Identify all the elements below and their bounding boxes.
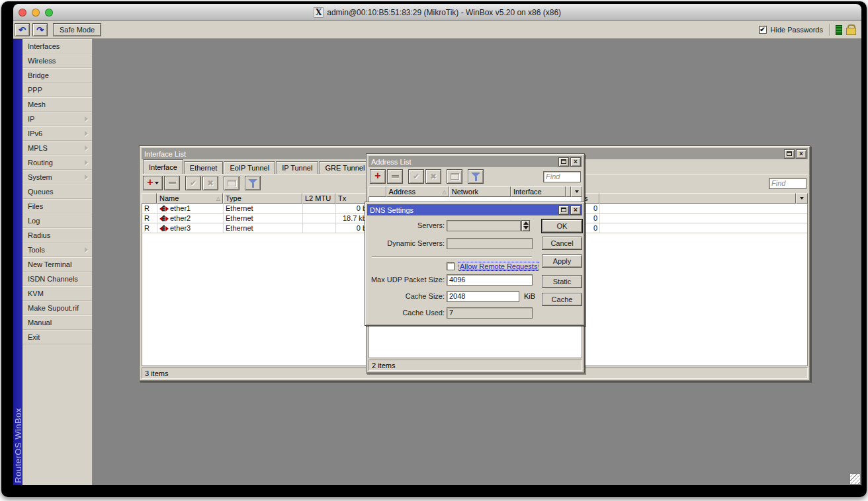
hide-passwords-checkbox[interactable]: ✔ [759, 26, 767, 34]
chevron-down-icon [575, 190, 579, 193]
maximize-button[interactable] [558, 157, 569, 167]
close-button[interactable]: × [796, 149, 806, 159]
sidebar-item-label: Bridge [28, 71, 49, 79]
sidebar-item-label: Log [28, 217, 40, 225]
comment-icon [451, 173, 459, 180]
sidebar-item-log[interactable]: Log [22, 213, 92, 228]
sidebar-item-radius[interactable]: Radius [22, 228, 92, 243]
column-select-button[interactable] [796, 193, 808, 204]
maximize-button[interactable] [784, 149, 795, 159]
sidebar-item-label: ISDN Channels [28, 275, 78, 283]
address-column-header[interactable]: Address△ [386, 186, 449, 197]
disable-button[interactable]: ✖ [425, 169, 441, 184]
row-flag: R [142, 223, 157, 233]
sidebar-item-label: Routing [28, 159, 53, 167]
cache-used-field[interactable] [447, 307, 533, 319]
sidebar-item-kvm[interactable]: KVM [22, 286, 92, 301]
allow-remote-requests-checkbox[interactable] [447, 262, 455, 270]
dns-settings-titlebar[interactable]: DNS Settings × [367, 204, 582, 215]
maximize-button[interactable] [558, 206, 569, 215]
submenu-arrow-icon [85, 160, 88, 165]
sidebar-item-routing[interactable]: Routing [22, 155, 92, 170]
tab-ip-tunnel[interactable]: IP Tunnel [276, 161, 318, 174]
find-input[interactable] [543, 171, 581, 182]
sidebar-item-manual[interactable]: Manual [22, 315, 92, 330]
type-column-header[interactable]: Type [223, 193, 302, 204]
network-column-header[interactable]: Network [449, 186, 511, 197]
x11-icon: X [314, 7, 324, 18]
resize-grip[interactable] [849, 473, 861, 484]
disable-button[interactable]: ✖ [202, 176, 218, 190]
sidebar-item-exit[interactable]: Exit [22, 330, 92, 344]
address-list-title: Address List [371, 158, 557, 166]
find-input[interactable] [769, 178, 806, 189]
sidebar-item-make-supout[interactable]: Make Supout.rif [22, 301, 92, 315]
ok-button[interactable]: OK [542, 219, 582, 233]
add-button[interactable]: + [143, 176, 163, 190]
tab-ethernet[interactable]: Ethernet [184, 161, 224, 174]
servers-add-remove-stepper[interactable] [521, 220, 530, 231]
cache-button[interactable]: Cache [542, 293, 582, 306]
sidebar-item-ppp[interactable]: PPP [22, 83, 92, 97]
name-column-header[interactable]: Name△ [157, 193, 223, 204]
sidebar-item-files[interactable]: Files [22, 199, 92, 213]
sidebar-item-ipv6[interactable]: IPv6 [22, 126, 92, 141]
tab-gre-tunnel[interactable]: GRE Tunnel [319, 161, 370, 174]
tx-column-header[interactable]: Tx [335, 193, 369, 204]
cancel-button[interactable]: Cancel [542, 237, 582, 250]
sidebar-item-mpls[interactable]: MPLS [22, 141, 92, 155]
cache-used-label: Cache Used: [369, 307, 445, 319]
servers-label: Servers: [369, 219, 445, 231]
enable-button[interactable]: ✔ [185, 176, 201, 190]
safe-mode-button[interactable]: Safe Mode [53, 23, 101, 36]
close-button[interactable]: × [570, 157, 581, 167]
cache-size-field[interactable] [447, 291, 519, 302]
tab-interface[interactable]: Interface [143, 159, 183, 174]
sidebar-item-wireless[interactable]: Wireless [22, 54, 92, 68]
filter-button[interactable] [468, 169, 484, 184]
enable-button[interactable]: ✔ [408, 169, 424, 184]
sidebar-item-interfaces[interactable]: Interfaces [22, 39, 92, 54]
servers-field[interactable] [447, 220, 521, 231]
close-button[interactable]: × [570, 206, 581, 215]
l2mtu-column-header[interactable]: L2 MTU [302, 193, 335, 204]
secure-lock-icon [846, 24, 855, 35]
interface-column-header[interactable]: Interface [511, 186, 566, 197]
filter-button[interactable] [245, 176, 261, 190]
allow-remote-requests-label[interactable]: Allow Remote Requests [458, 262, 539, 271]
filter-funnel-icon [248, 179, 257, 188]
comment-button[interactable] [447, 169, 462, 184]
app-toolbar: ↶ ↷ Safe Mode ✔ Hide Passwords [13, 21, 861, 39]
add-button[interactable]: + [370, 169, 386, 184]
row-name: ether2 [157, 213, 224, 223]
flags-column-header[interactable] [369, 186, 386, 197]
column-select-button[interactable] [571, 186, 582, 197]
row-l2mtu [303, 223, 336, 233]
remove-button[interactable] [387, 169, 403, 184]
sidebar-item-ip[interactable]: IP [22, 112, 92, 126]
apply-button[interactable]: Apply [542, 254, 582, 268]
sidebar-item-new-terminal[interactable]: New Terminal [22, 257, 92, 272]
sidebar-item-tools[interactable]: Tools [22, 243, 92, 257]
sidebar-item-label: New Terminal [28, 260, 71, 268]
tab-eoip-tunnel[interactable]: EoIP Tunnel [224, 161, 275, 174]
comment-button[interactable] [224, 176, 239, 190]
undo-icon: ↶ [19, 26, 26, 34]
address-list-titlebar[interactable]: Address List × [369, 156, 582, 167]
sidebar-item-mesh[interactable]: Mesh [22, 97, 92, 112]
static-button[interactable]: Static [542, 275, 582, 288]
row-type: Ethernet [224, 213, 303, 223]
remove-button[interactable] [164, 176, 180, 190]
mdi-canvas: Interface List × Interface Ethernet EoIP… [93, 39, 861, 485]
dynamic-servers-field[interactable] [447, 238, 533, 249]
brand-strip: RouterOS WinBox [13, 39, 22, 485]
sidebar-item-queues[interactable]: Queues [22, 184, 92, 199]
max-udp-field[interactable] [447, 274, 533, 286]
redo-button[interactable]: ↷ [32, 23, 48, 36]
sidebar-item-system[interactable]: System [22, 170, 92, 184]
flags-column-header[interactable] [142, 193, 157, 204]
sidebar-item-isdn-channels[interactable]: ISDN Channels [22, 272, 92, 286]
sidebar-item-bridge[interactable]: Bridge [22, 68, 92, 83]
undo-button[interactable]: ↶ [15, 23, 30, 36]
close-icon: × [574, 159, 578, 165]
